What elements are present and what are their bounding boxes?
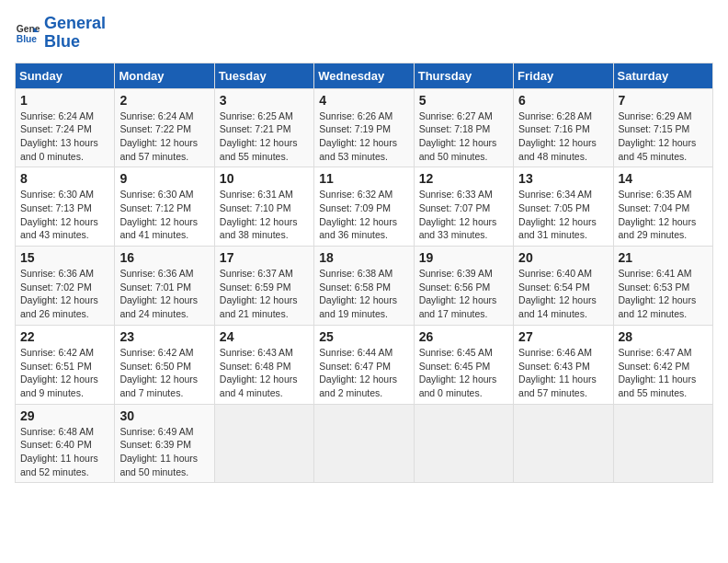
- weekday-header-monday: Monday: [115, 63, 214, 88]
- day-info: Sunrise: 6:30 AM Sunset: 7:12 PM Dayligh…: [119, 188, 209, 242]
- day-info: Sunrise: 6:46 AM Sunset: 6:43 PM Dayligh…: [518, 346, 608, 400]
- day-info: Sunrise: 6:44 AM Sunset: 6:47 PM Dayligh…: [319, 346, 408, 400]
- svg-text:General: General: [17, 24, 40, 34]
- week-row-2: 8Sunrise: 6:30 AM Sunset: 7:13 PM Daylig…: [16, 167, 713, 247]
- day-info: Sunrise: 6:31 AM Sunset: 7:10 PM Dayligh…: [220, 188, 309, 242]
- day-info: Sunrise: 6:27 AM Sunset: 7:18 PM Dayligh…: [419, 109, 508, 164]
- day-info: Sunrise: 6:28 AM Sunset: 7:16 PM Dayligh…: [518, 109, 608, 164]
- day-number: 9: [119, 171, 209, 186]
- day-cell: 14Sunrise: 6:35 AM Sunset: 7:04 PM Dayli…: [613, 167, 712, 247]
- day-cell: 15Sunrise: 6:36 AM Sunset: 7:02 PM Dayli…: [16, 247, 115, 326]
- day-cell: 30Sunrise: 6:49 AM Sunset: 6:39 PM Dayli…: [115, 404, 214, 483]
- day-cell: 3Sunrise: 6:25 AM Sunset: 7:21 PM Daylig…: [214, 88, 313, 167]
- day-info: Sunrise: 6:33 AM Sunset: 7:07 PM Dayligh…: [419, 188, 508, 242]
- day-number: 15: [20, 250, 109, 265]
- day-info: Sunrise: 6:24 AM Sunset: 7:24 PM Dayligh…: [20, 109, 109, 164]
- week-row-3: 15Sunrise: 6:36 AM Sunset: 7:02 PM Dayli…: [16, 247, 713, 326]
- day-cell: 18Sunrise: 6:38 AM Sunset: 6:58 PM Dayli…: [314, 247, 414, 326]
- day-number: 29: [20, 408, 109, 423]
- day-number: 25: [319, 329, 408, 344]
- day-number: 6: [518, 93, 608, 108]
- day-cell: 16Sunrise: 6:36 AM Sunset: 7:01 PM Dayli…: [115, 247, 214, 326]
- day-info: Sunrise: 6:40 AM Sunset: 6:54 PM Dayligh…: [518, 267, 608, 321]
- day-number: 26: [419, 329, 508, 344]
- weekday-header-row: SundayMondayTuesdayWednesdayThursdayFrid…: [16, 63, 713, 88]
- calendar-table: SundayMondayTuesdayWednesdayThursdayFrid…: [15, 63, 713, 484]
- day-info: Sunrise: 6:38 AM Sunset: 6:58 PM Dayligh…: [319, 267, 408, 321]
- day-info: Sunrise: 6:36 AM Sunset: 7:01 PM Dayligh…: [119, 267, 209, 321]
- day-number: 21: [619, 250, 708, 265]
- day-number: 23: [119, 329, 209, 344]
- day-info: Sunrise: 6:39 AM Sunset: 6:56 PM Dayligh…: [419, 267, 508, 321]
- day-number: 13: [518, 171, 608, 186]
- weekday-header-saturday: Saturday: [613, 63, 712, 88]
- week-row-5: 29Sunrise: 6:48 AM Sunset: 6:40 PM Dayli…: [16, 404, 713, 483]
- svg-text:Blue: Blue: [17, 34, 38, 44]
- day-number: 27: [518, 329, 608, 344]
- day-cell: 26Sunrise: 6:45 AM Sunset: 6:45 PM Dayli…: [414, 325, 513, 404]
- day-number: 30: [119, 408, 209, 423]
- week-row-1: 1Sunrise: 6:24 AM Sunset: 7:24 PM Daylig…: [16, 88, 713, 167]
- day-info: Sunrise: 6:34 AM Sunset: 7:05 PM Dayligh…: [518, 188, 608, 242]
- day-number: 28: [619, 329, 708, 344]
- day-info: Sunrise: 6:45 AM Sunset: 6:45 PM Dayligh…: [419, 346, 508, 400]
- day-cell: [514, 404, 613, 483]
- day-cell: 4Sunrise: 6:26 AM Sunset: 7:19 PM Daylig…: [314, 88, 414, 167]
- day-number: 5: [419, 93, 508, 108]
- day-cell: [314, 404, 414, 483]
- day-info: Sunrise: 6:30 AM Sunset: 7:13 PM Dayligh…: [20, 188, 109, 242]
- day-info: Sunrise: 6:26 AM Sunset: 7:19 PM Dayligh…: [319, 109, 408, 164]
- day-cell: 25Sunrise: 6:44 AM Sunset: 6:47 PM Dayli…: [314, 325, 414, 404]
- logo-general: General: [44, 15, 106, 33]
- day-cell: 19Sunrise: 6:39 AM Sunset: 6:56 PM Dayli…: [414, 247, 513, 326]
- weekday-header-tuesday: Tuesday: [214, 63, 313, 88]
- day-cell: 29Sunrise: 6:48 AM Sunset: 6:40 PM Dayli…: [16, 404, 115, 483]
- day-cell: 23Sunrise: 6:42 AM Sunset: 6:50 PM Dayli…: [115, 325, 214, 404]
- day-cell: 20Sunrise: 6:40 AM Sunset: 6:54 PM Dayli…: [514, 247, 613, 326]
- day-number: 4: [319, 93, 408, 108]
- day-number: 16: [119, 250, 209, 265]
- day-info: Sunrise: 6:49 AM Sunset: 6:39 PM Dayligh…: [119, 425, 209, 479]
- day-info: Sunrise: 6:36 AM Sunset: 7:02 PM Dayligh…: [20, 267, 109, 321]
- day-info: Sunrise: 6:32 AM Sunset: 7:09 PM Dayligh…: [319, 188, 408, 242]
- day-cell: 2Sunrise: 6:24 AM Sunset: 7:22 PM Daylig…: [115, 88, 214, 167]
- day-cell: 28Sunrise: 6:47 AM Sunset: 6:42 PM Dayli…: [613, 325, 712, 404]
- day-number: 10: [220, 171, 309, 186]
- day-number: 19: [419, 250, 508, 265]
- day-number: 14: [619, 171, 708, 186]
- day-number: 8: [20, 171, 109, 186]
- day-cell: 6Sunrise: 6:28 AM Sunset: 7:16 PM Daylig…: [514, 88, 613, 167]
- day-info: Sunrise: 6:29 AM Sunset: 7:15 PM Dayligh…: [619, 109, 708, 164]
- day-info: Sunrise: 6:41 AM Sunset: 6:53 PM Dayligh…: [619, 267, 708, 321]
- day-cell: [214, 404, 313, 483]
- day-number: 18: [319, 250, 408, 265]
- logo-icon: General Blue: [15, 20, 40, 46]
- day-info: Sunrise: 6:37 AM Sunset: 6:59 PM Dayligh…: [220, 267, 309, 321]
- weekday-header-thursday: Thursday: [414, 63, 513, 88]
- day-info: Sunrise: 6:42 AM Sunset: 6:50 PM Dayligh…: [119, 346, 209, 400]
- day-number: 7: [619, 93, 708, 108]
- day-cell: 9Sunrise: 6:30 AM Sunset: 7:12 PM Daylig…: [115, 167, 214, 247]
- logo-blue: Blue: [44, 33, 106, 52]
- day-number: 20: [518, 250, 608, 265]
- logo: General Blue General Blue: [15, 15, 106, 52]
- day-cell: 27Sunrise: 6:46 AM Sunset: 6:43 PM Dayli…: [514, 325, 613, 404]
- day-cell: 24Sunrise: 6:43 AM Sunset: 6:48 PM Dayli…: [214, 325, 313, 404]
- day-cell: 11Sunrise: 6:32 AM Sunset: 7:09 PM Dayli…: [314, 167, 414, 247]
- day-cell: 17Sunrise: 6:37 AM Sunset: 6:59 PM Dayli…: [214, 247, 313, 326]
- weekday-header-wednesday: Wednesday: [314, 63, 414, 88]
- day-info: Sunrise: 6:43 AM Sunset: 6:48 PM Dayligh…: [220, 346, 309, 400]
- day-cell: [414, 404, 513, 483]
- day-cell: 5Sunrise: 6:27 AM Sunset: 7:18 PM Daylig…: [414, 88, 513, 167]
- day-cell: 8Sunrise: 6:30 AM Sunset: 7:13 PM Daylig…: [16, 167, 115, 247]
- day-cell: 21Sunrise: 6:41 AM Sunset: 6:53 PM Dayli…: [613, 247, 712, 326]
- day-info: Sunrise: 6:48 AM Sunset: 6:40 PM Dayligh…: [20, 425, 109, 479]
- day-number: 3: [220, 93, 309, 108]
- day-number: 12: [419, 171, 508, 186]
- day-number: 2: [119, 93, 209, 108]
- day-number: 22: [20, 329, 109, 344]
- day-number: 11: [319, 171, 408, 186]
- day-cell: 12Sunrise: 6:33 AM Sunset: 7:07 PM Dayli…: [414, 167, 513, 247]
- day-cell: 22Sunrise: 6:42 AM Sunset: 6:51 PM Dayli…: [16, 325, 115, 404]
- day-cell: 7Sunrise: 6:29 AM Sunset: 7:15 PM Daylig…: [613, 88, 712, 167]
